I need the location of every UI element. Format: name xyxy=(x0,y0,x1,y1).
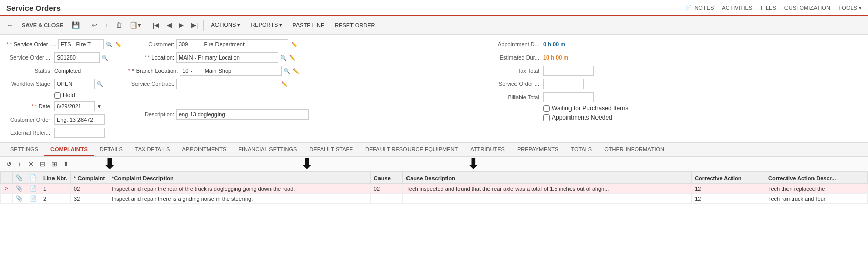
form-area: * Service Order .... 🔍 ✏️ Service Order … xyxy=(0,35,868,143)
tab-totals[interactable]: TOTALS xyxy=(564,143,598,156)
table-row: >📎📄102Inspect and repair the rear of the… xyxy=(1,184,868,194)
tab-tax-details[interactable]: TAX DETAILS xyxy=(129,143,176,156)
service-contract-input[interactable] xyxy=(176,79,278,89)
tab-financial-settings[interactable]: FINANCIAL SETTINGS xyxy=(232,143,303,156)
customer-order-label: Customer Order: xyxy=(6,116,52,123)
service-order-nbr-search-icon[interactable]: 🔍 xyxy=(102,55,108,61)
external-ref-input[interactable] xyxy=(54,128,105,138)
date-dropdown-icon[interactable]: ▼ xyxy=(97,104,102,109)
activities-nav[interactable]: ACTIVITIES xyxy=(722,5,752,11)
spacer xyxy=(128,92,495,107)
service-order-type-search-icon[interactable]: 🔍 xyxy=(106,42,112,47)
last-button[interactable]: ▶| xyxy=(188,20,200,31)
paste-line-button[interactable]: PASTE LINE xyxy=(288,21,329,30)
waiting-label: Waiting for Purchased Items xyxy=(552,105,628,112)
sep3 xyxy=(203,20,204,31)
service-order-total-input[interactable] xyxy=(543,79,584,89)
customer-edit-icon[interactable]: ✏️ xyxy=(291,42,297,47)
branch-edit-icon[interactable]: ✏️ xyxy=(293,68,299,74)
status-label: Status: xyxy=(6,68,52,74)
add-button[interactable]: + xyxy=(102,20,111,31)
billable-total-input[interactable] xyxy=(543,92,594,102)
tax-total-label: Tax Total: xyxy=(495,68,541,74)
service-order-type-input[interactable] xyxy=(58,39,104,49)
save-close-button[interactable]: SAVE & CLOSE xyxy=(18,21,67,30)
tab-settings[interactable]: SETTINGS xyxy=(4,143,44,156)
actions-button[interactable]: ACTIONS ▾ xyxy=(207,20,245,30)
location-input[interactable] xyxy=(176,52,278,63)
workflow-search-icon[interactable]: 🔍 xyxy=(97,81,103,87)
prev-button[interactable]: ◀ xyxy=(164,20,174,31)
tab-default-resource-equipment[interactable]: DEFAULT RESOURCE EQUIPMENT xyxy=(359,143,464,156)
tab-other-information[interactable]: OTHER INFORMATION xyxy=(598,143,670,156)
next-button[interactable]: ▶ xyxy=(176,20,186,31)
top-bar: Service Orders 📄 NOTES ACTIVITIES FILES … xyxy=(0,0,868,16)
tab-prepayments[interactable]: PREPAYMENTS xyxy=(511,143,565,156)
tab-appointments[interactable]: APPOINTMENTS xyxy=(176,143,232,156)
sub-upload-btn[interactable]: ⬆ xyxy=(61,159,71,169)
appt-duration-value: 0 h 00 m xyxy=(543,41,565,47)
app-title: Service Orders xyxy=(6,4,61,12)
service-order-total-row: Service Order ...: xyxy=(495,78,862,90)
form-col-2: Customer: ✏️ * Location: 🔍 ✏️ * Branch L… xyxy=(128,39,495,138)
notes-nav[interactable]: 📄 NOTES xyxy=(685,5,714,11)
waiting-row: Waiting for Purchased Items xyxy=(543,105,862,112)
arrow-down-2: ⬇ xyxy=(301,156,312,172)
customer-label: Customer: xyxy=(128,41,174,47)
branch-row: * Branch Location: 🔍 ✏️ xyxy=(128,65,495,76)
sub-grid-btn[interactable]: ⊞ xyxy=(49,159,59,169)
workflow-row: Workflow Stage: 🔍 xyxy=(6,78,128,90)
customer-order-input[interactable] xyxy=(54,114,105,125)
back-button[interactable]: ← xyxy=(4,20,16,31)
workflow-label: Workflow Stage: xyxy=(6,81,52,87)
branch-search-icon[interactable]: 🔍 xyxy=(284,68,290,74)
sub-add-btn[interactable]: + xyxy=(16,159,24,169)
description-input[interactable] xyxy=(176,109,309,120)
tax-total-input[interactable] xyxy=(543,66,594,76)
arrow-down-1: ⬇ xyxy=(103,156,115,172)
col-header-corrective_desc: Corrective Action Descr... xyxy=(765,172,867,184)
copy-button[interactable]: 📋▾ xyxy=(127,20,144,31)
reset-order-button[interactable]: RESET ORDER xyxy=(331,21,379,30)
tax-total-row: Tax Total: xyxy=(495,65,862,76)
tools-nav[interactable]: TOOLS ▾ xyxy=(838,5,862,11)
col-header-cause_desc: Cause Description xyxy=(403,172,692,184)
workflow-input[interactable] xyxy=(54,79,95,89)
save-icon[interactable]: 💾 xyxy=(69,20,83,31)
tab-default-staff[interactable]: DEFAULT STAFF xyxy=(303,143,359,156)
sub-fit-btn[interactable]: ⊟ xyxy=(38,159,47,169)
tab-complaints[interactable]: COMPLAINTS xyxy=(44,143,94,156)
tab-details[interactable]: DETAILS xyxy=(94,143,129,156)
appointments-checkbox[interactable] xyxy=(543,114,550,121)
delete-button[interactable]: 🗑 xyxy=(113,20,125,31)
location-search-icon[interactable]: 🔍 xyxy=(280,55,286,61)
waiting-checkbox[interactable] xyxy=(543,105,550,112)
reports-button[interactable]: REPORTS ▾ xyxy=(247,20,286,30)
customer-input[interactable] xyxy=(176,39,288,49)
service-order-type-edit-icon[interactable]: ✏️ xyxy=(115,42,121,47)
appt-duration-label: Appointment D...: xyxy=(495,41,541,47)
location-edit-icon[interactable]: ✏️ xyxy=(289,55,295,61)
date-label: * Date: xyxy=(6,103,52,109)
undo-button[interactable]: ↩ xyxy=(89,20,100,31)
customization-nav[interactable]: CUSTOMIZATION xyxy=(784,5,830,11)
est-duration-value: 10 h 00 m xyxy=(543,54,568,61)
description-row: Description: xyxy=(128,109,495,120)
service-order-nbr-input[interactable] xyxy=(54,52,100,63)
service-order-total-label: Service Order ...: xyxy=(495,81,541,87)
service-contract-label: Service Contract: xyxy=(128,81,174,87)
refresh-btn[interactable]: ↺ xyxy=(4,159,14,169)
sub-delete-btn[interactable]: ✕ xyxy=(26,159,36,169)
hold-row: Hold xyxy=(54,92,128,99)
service-order-nbr-label: Service Order .... xyxy=(6,54,52,61)
tab-attributes[interactable]: ATTRIBUTES xyxy=(464,143,511,156)
date-input[interactable] xyxy=(54,101,95,111)
customer-order-row: Customer Order: xyxy=(6,114,128,125)
external-ref-label: External Refer...: xyxy=(6,130,52,136)
location-row: * Location: 🔍 ✏️ xyxy=(128,52,495,63)
hold-checkbox[interactable] xyxy=(54,92,61,99)
service-contract-edit-icon[interactable]: ✏️ xyxy=(281,81,287,87)
branch-input[interactable] xyxy=(180,66,282,76)
files-nav[interactable]: FILES xyxy=(761,5,776,11)
first-button[interactable]: |◀ xyxy=(150,20,162,31)
